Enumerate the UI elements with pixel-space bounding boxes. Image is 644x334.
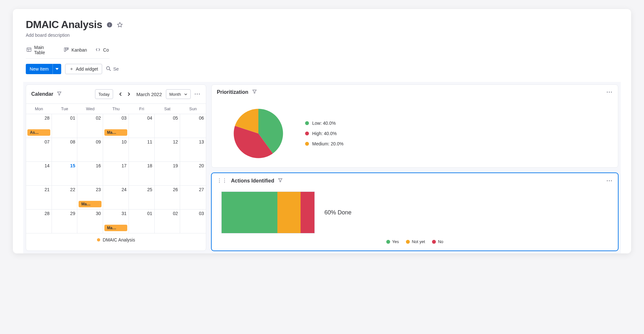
calendar-cell[interactable]: 29 bbox=[52, 210, 78, 233]
calendar-cell[interactable]: 04 bbox=[129, 114, 155, 138]
calendar-cell[interactable]: 31Ma… bbox=[103, 210, 129, 233]
calendar-day-number: 11 bbox=[131, 139, 152, 144]
calendar-day-number: 02 bbox=[157, 211, 178, 216]
calendar-cell[interactable]: 10 bbox=[103, 138, 129, 162]
calendar-day-number: 25 bbox=[131, 187, 152, 192]
svg-rect-7 bbox=[66, 48, 67, 50]
calendar-cell[interactable]: 13 bbox=[180, 138, 206, 162]
calendar-cell[interactable]: 01 bbox=[52, 114, 78, 138]
card-menu-icon[interactable]: ··· bbox=[607, 89, 613, 95]
calendar-cell[interactable]: 14 bbox=[26, 162, 52, 186]
calendar-cell[interactable]: 24 bbox=[103, 186, 129, 210]
new-item-label: New Item bbox=[26, 66, 53, 72]
calendar-cell[interactable]: 02 bbox=[155, 210, 180, 233]
pie-legend: Low: 40.0%High: 40.0%Medium: 20.0% bbox=[305, 121, 343, 146]
calendar-day-number: 09 bbox=[79, 139, 101, 144]
legend-dot-icon bbox=[305, 121, 309, 125]
calendar-cell[interactable]: 21 bbox=[26, 186, 52, 210]
legend-item: High: 40.0% bbox=[305, 131, 343, 136]
calendar-event[interactable]: As… bbox=[27, 129, 50, 136]
board-header: DMAIC Analysis i bbox=[26, 19, 618, 31]
calendar-cell[interactable]: 30 bbox=[77, 210, 103, 233]
svg-marker-9 bbox=[55, 68, 59, 70]
board-page: DMAIC Analysis i Add board description M… bbox=[13, 9, 631, 253]
tab-code[interactable]: Co bbox=[95, 43, 110, 58]
calendar-cell[interactable]: 03 bbox=[180, 210, 206, 233]
calendar-cell[interactable]: 03Ma… bbox=[103, 114, 129, 138]
calendar-cell[interactable]: 11 bbox=[129, 138, 155, 162]
pie-chart-wrap: Low: 40.0%High: 40.0%Medium: 20.0% bbox=[212, 100, 618, 167]
calendar-day-number: 08 bbox=[54, 139, 75, 144]
calendar-cell[interactable]: 05 bbox=[155, 114, 180, 138]
calendar-cell[interactable]: 17 bbox=[103, 162, 129, 186]
calendar-day-number: 15 bbox=[54, 163, 75, 168]
calendar-cell[interactable]: 22 bbox=[52, 186, 78, 210]
calendar-dow: Sun bbox=[180, 104, 206, 114]
board-description[interactable]: Add board description bbox=[26, 33, 618, 38]
drag-handle-icon[interactable]: ⋮⋮ bbox=[217, 178, 227, 184]
calendar-day-number: 27 bbox=[182, 187, 204, 192]
calendar-cell[interactable]: 18 bbox=[129, 162, 155, 186]
calendar-event[interactable]: Ma… bbox=[79, 201, 101, 207]
add-widget-button[interactable]: ＋ Add widget bbox=[65, 64, 102, 74]
card-menu-icon[interactable]: ··· bbox=[195, 91, 201, 97]
bar-segment[interactable] bbox=[301, 192, 314, 233]
calendar-header: Calendar Today March 2022 Month bbox=[26, 85, 206, 104]
calendar-event[interactable]: Ma… bbox=[104, 225, 127, 231]
calendar-cell[interactable]: 01 bbox=[129, 210, 155, 233]
calendar-cell[interactable]: 07 bbox=[26, 138, 52, 162]
calendar-day-number: 04 bbox=[131, 115, 152, 121]
calendar-day-number: 01 bbox=[54, 115, 75, 121]
view-tabs: Main Table Kanban Co bbox=[26, 43, 110, 59]
calendar-cell[interactable]: 09 bbox=[77, 138, 103, 162]
calendar-event[interactable]: Ma… bbox=[104, 129, 127, 136]
star-icon[interactable] bbox=[117, 22, 123, 28]
calendar-dow: Sat bbox=[155, 104, 180, 114]
calendar-cell[interactable]: 28As… bbox=[26, 114, 52, 138]
calendar-cell[interactable]: 02 bbox=[77, 114, 103, 138]
tab-main-table[interactable]: Main Table bbox=[26, 43, 56, 58]
info-icon[interactable]: i bbox=[107, 22, 112, 28]
chevron-right-icon[interactable] bbox=[125, 91, 132, 98]
calendar-day-number: 22 bbox=[54, 187, 75, 192]
calendar-legend: DMAIC Analysis bbox=[26, 233, 206, 246]
dashboard: Calendar Today March 2022 Month bbox=[23, 82, 621, 253]
bar-segment[interactable] bbox=[222, 192, 277, 233]
prioritization-title: Prioritization bbox=[217, 89, 248, 95]
calendar-cell[interactable]: 12 bbox=[155, 138, 180, 162]
calendar-day-number: 12 bbox=[157, 139, 178, 144]
legend-item: Not yet bbox=[406, 239, 425, 244]
chevron-down-icon[interactable] bbox=[53, 64, 61, 74]
calendar-cell[interactable]: 20 bbox=[180, 162, 206, 186]
calendar-cell[interactable]: 27 bbox=[180, 186, 206, 210]
filter-icon[interactable] bbox=[252, 89, 257, 95]
calendar-day-number: 13 bbox=[182, 139, 204, 144]
filter-icon[interactable] bbox=[278, 178, 283, 184]
calendar-day-number: 05 bbox=[157, 115, 178, 121]
bar-segment[interactable] bbox=[277, 192, 301, 233]
calendar-cell[interactable]: 26 bbox=[155, 186, 180, 210]
card-menu-icon[interactable]: ··· bbox=[607, 178, 613, 184]
calendar-cell[interactable]: 23Ma… bbox=[77, 186, 103, 210]
calendar-cell[interactable]: 25 bbox=[129, 186, 155, 210]
new-item-button[interactable]: New Item bbox=[26, 64, 61, 74]
svg-line-11 bbox=[110, 69, 111, 71]
calendar-cell[interactable]: 08 bbox=[52, 138, 78, 162]
today-button[interactable]: Today bbox=[95, 89, 113, 99]
right-column: Prioritization ··· Low: 40.0%High: 40.0%… bbox=[211, 84, 618, 251]
tab-kanban[interactable]: Kanban bbox=[63, 43, 88, 58]
svg-point-10 bbox=[107, 66, 110, 70]
chevron-left-icon[interactable] bbox=[117, 91, 124, 98]
calendar-day-number: 02 bbox=[79, 115, 101, 121]
calendar-cell[interactable]: 06 bbox=[180, 114, 206, 138]
calendar-cell[interactable]: 19 bbox=[155, 162, 180, 186]
search-input[interactable]: Sea bbox=[106, 66, 119, 72]
calendar-cell[interactable]: 16 bbox=[77, 162, 103, 186]
svg-marker-13 bbox=[253, 90, 256, 93]
legend-dot-icon bbox=[97, 238, 100, 241]
calendar-cell[interactable]: 28 bbox=[26, 210, 52, 233]
calendar-view-select[interactable]: Month bbox=[166, 89, 191, 99]
calendar-cell[interactable]: 15 bbox=[52, 162, 78, 186]
filter-icon[interactable] bbox=[57, 91, 62, 97]
calendar-dow: Thu bbox=[103, 104, 129, 114]
